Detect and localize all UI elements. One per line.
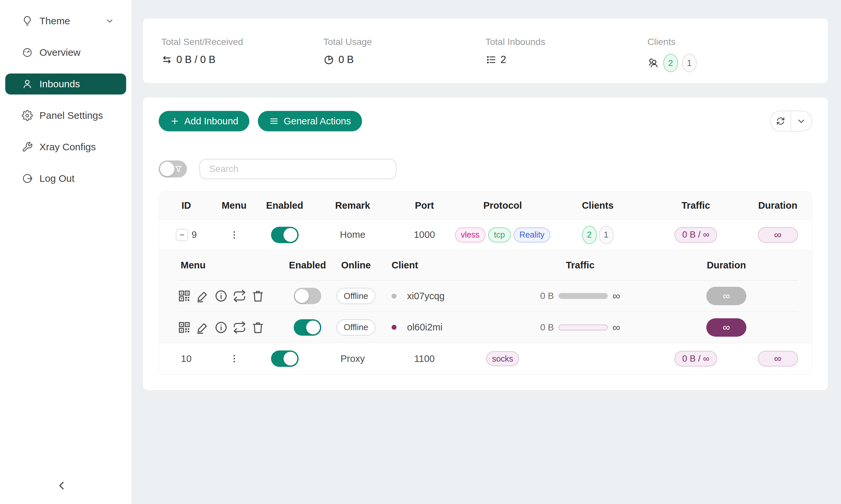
delete-client-button[interactable] bbox=[251, 321, 265, 335]
search-input[interactable] bbox=[200, 159, 396, 179]
stat-label: Clients bbox=[648, 37, 809, 47]
client-details-section: Menu Enabled Online Client Traffic Durat… bbox=[159, 250, 812, 343]
search-row bbox=[159, 159, 812, 179]
column-header-enabled: Enabled bbox=[255, 200, 315, 211]
qr-code-button[interactable] bbox=[177, 289, 191, 303]
inbound-id: 10 bbox=[181, 354, 191, 364]
online-status-badge: Offline bbox=[337, 288, 376, 304]
clients-online-badge: 2 bbox=[663, 54, 678, 72]
inbounds-table: ID Menu Enabled Remark Port Protocol Cli… bbox=[159, 191, 812, 374]
sidebar-item-xray-configs[interactable]: Xray Configs bbox=[5, 137, 126, 158]
auto-refresh-dropdown-button[interactable] bbox=[791, 111, 811, 131]
wrench-icon bbox=[22, 141, 33, 152]
protocol-badge: tcp bbox=[488, 228, 511, 242]
user-icon bbox=[22, 78, 33, 90]
stats-card: Total Sent/Received 0 B / 0 B Total Usag… bbox=[143, 18, 828, 83]
client-status-dot bbox=[392, 325, 396, 330]
sidebar-nav: Theme Overview Inbounds Panel Settings bbox=[0, 0, 132, 189]
toggle-knob bbox=[284, 228, 297, 242]
dashboard-icon bbox=[22, 47, 33, 58]
funnel-icon bbox=[174, 164, 183, 174]
client-traffic-used: 0 B bbox=[540, 291, 554, 301]
clients-count-badge: 2 bbox=[582, 226, 597, 244]
main-content: Total Sent/Received 0 B / 0 B Total Usag… bbox=[132, 18, 841, 390]
toggle-knob bbox=[306, 321, 320, 335]
traffic-badge: 0 B / ∞ bbox=[674, 351, 717, 366]
inbounds-panel: Add Inbound General Actions bbox=[143, 97, 828, 390]
sidebar-item-theme[interactable]: Theme bbox=[5, 11, 126, 32]
reset-traffic-button[interactable] bbox=[233, 289, 246, 303]
client-enabled-toggle[interactable] bbox=[294, 288, 321, 304]
filter-toggle[interactable] bbox=[159, 160, 187, 178]
client-row-ol60i2mi: Offline ol60i2mi 0 B ∞ ∞ bbox=[177, 312, 798, 343]
client-duration-badge: ∞ bbox=[706, 287, 746, 305]
stat-sent-received: Total Sent/Received 0 B / 0 B bbox=[161, 37, 323, 83]
client-traffic-used: 0 B bbox=[540, 322, 554, 333]
qr-code-button[interactable] bbox=[177, 321, 191, 335]
subcolumn-header-duration: Duration bbox=[654, 260, 799, 271]
delete-client-button[interactable] bbox=[251, 289, 265, 303]
edit-client-button[interactable] bbox=[196, 321, 210, 335]
sidebar-item-label: Inbounds bbox=[39, 78, 80, 90]
inbound-remark: Proxy bbox=[340, 354, 365, 364]
column-header-menu: Menu bbox=[213, 200, 255, 211]
subcolumn-header-enabled: Enabled bbox=[283, 260, 332, 271]
client-info-button[interactable] bbox=[214, 321, 228, 335]
menu-lines-icon bbox=[269, 116, 279, 126]
add-inbound-button[interactable]: Add Inbound bbox=[159, 111, 250, 131]
table-row-inbound-9: 9 Home 1000 vless tcp Reality bbox=[159, 219, 812, 250]
client-duration-badge: ∞ bbox=[706, 318, 746, 337]
row-menu-button[interactable] bbox=[226, 227, 242, 243]
collapse-row-button[interactable] bbox=[176, 229, 188, 241]
protocol-badge: socks bbox=[486, 351, 519, 366]
team-icon bbox=[648, 57, 659, 69]
sidebar-collapse-button[interactable] bbox=[55, 476, 75, 496]
row-menu-button[interactable] bbox=[226, 351, 242, 366]
client-status-dot bbox=[392, 294, 396, 299]
traffic-limit: ∞ bbox=[612, 321, 620, 334]
column-header-remark: Remark bbox=[315, 200, 391, 211]
column-header-clients: Clients bbox=[547, 200, 649, 211]
general-actions-button[interactable]: General Actions bbox=[258, 111, 362, 131]
traffic-progress-bar bbox=[559, 293, 608, 299]
gear-icon bbox=[22, 110, 33, 121]
sidebar-item-label: Log Out bbox=[39, 173, 74, 184]
stat-value: 0 B / 0 B bbox=[176, 54, 216, 66]
toggle-knob bbox=[160, 162, 174, 176]
minus-icon bbox=[179, 232, 185, 238]
toggle-knob bbox=[295, 289, 309, 303]
subcolumn-header-menu: Menu bbox=[177, 260, 283, 271]
enabled-toggle[interactable] bbox=[271, 350, 298, 367]
sidebar-item-overview[interactable]: Overview bbox=[5, 42, 126, 63]
client-row-xi07ycqg: Offline xi07ycqg 0 B ∞ ∞ bbox=[177, 281, 798, 312]
inbound-port: 1100 bbox=[414, 354, 435, 364]
enabled-toggle[interactable] bbox=[271, 227, 298, 243]
column-header-id: ID bbox=[159, 200, 213, 211]
client-name: ol60i2mi bbox=[407, 322, 443, 333]
refresh-button[interactable] bbox=[771, 111, 791, 131]
sidebar-item-panel-settings[interactable]: Panel Settings bbox=[5, 105, 126, 126]
chevron-left-icon bbox=[55, 479, 75, 492]
subtable-header-row: Menu Enabled Online Client Traffic Durat… bbox=[177, 250, 798, 281]
clients-offline-badge: 1 bbox=[682, 54, 697, 72]
column-header-duration: Duration bbox=[743, 200, 812, 211]
toolbar: Add Inbound General Actions bbox=[159, 111, 812, 131]
stat-label: Total Sent/Received bbox=[161, 37, 323, 47]
sidebar-item-inbounds[interactable]: Inbounds bbox=[5, 73, 126, 94]
client-info-button[interactable] bbox=[214, 289, 228, 303]
edit-client-button[interactable] bbox=[196, 289, 210, 303]
sidebar-item-label: Theme bbox=[39, 15, 70, 26]
sidebar-item-label: Panel Settings bbox=[39, 110, 103, 121]
subcolumn-header-traffic: Traffic bbox=[506, 260, 654, 271]
sidebar-item-log-out[interactable]: Log Out bbox=[5, 168, 126, 189]
sidebar: Theme Overview Inbounds Panel Settings bbox=[0, 0, 132, 504]
client-name: xi07ycqg bbox=[407, 291, 445, 302]
client-enabled-toggle[interactable] bbox=[294, 319, 321, 336]
inbound-id: 9 bbox=[191, 229, 197, 240]
list-icon bbox=[485, 54, 497, 65]
clients-count-badge: 1 bbox=[599, 226, 614, 244]
refresh-icon bbox=[775, 116, 786, 126]
reset-traffic-button[interactable] bbox=[233, 321, 246, 335]
general-actions-label: General Actions bbox=[284, 116, 351, 127]
stat-label: Total Inbounds bbox=[485, 37, 648, 47]
